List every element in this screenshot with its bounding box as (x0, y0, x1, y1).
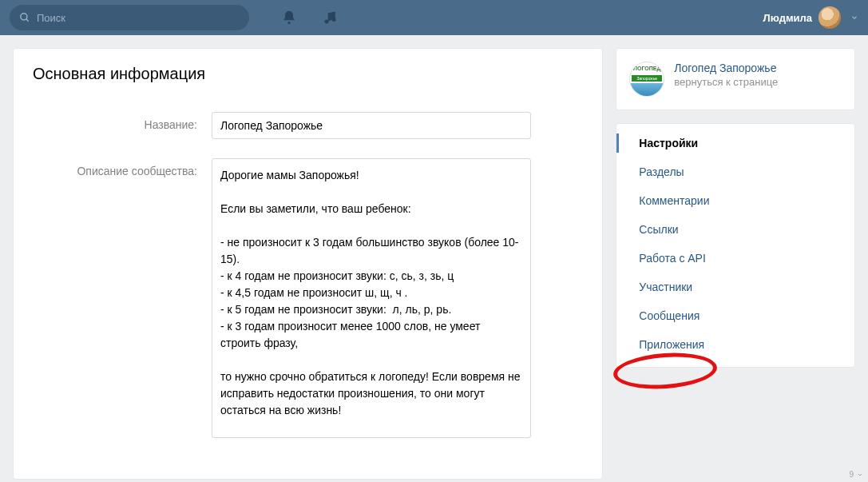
name-input[interactable] (212, 112, 531, 139)
row-description: Описание сообщества: (33, 158, 583, 440)
chevron-down-icon (850, 12, 858, 24)
search-icon (19, 12, 30, 23)
menu-item-1[interactable]: Разделы (616, 157, 854, 186)
svg-line-1 (26, 19, 29, 22)
scroll-hint-count: 9 (849, 470, 854, 479)
username-label: Людмила (763, 12, 812, 24)
svg-point-0 (21, 14, 27, 20)
menu-item-0[interactable]: Настройки (616, 129, 854, 157)
menu-item-5[interactable]: Участники (616, 273, 854, 301)
description-textarea[interactable] (212, 158, 531, 438)
side-column: ЛОГОПЕД Запорожье Логопед Запорожье верн… (616, 48, 855, 480)
main-card: Основная информация Название: Описание с… (13, 48, 603, 480)
chevron-down-icon (857, 472, 863, 478)
svg-point-3 (325, 20, 329, 24)
menu-item-3[interactable]: Ссылки (616, 215, 854, 244)
topbar: Людмила (0, 0, 868, 35)
menu-item-7[interactable]: Приложения (616, 330, 854, 359)
label-name: Название: (33, 112, 212, 139)
user-menu[interactable]: Людмила (763, 6, 858, 29)
page-title: Основная информация (33, 65, 583, 83)
music-icon[interactable] (323, 10, 339, 26)
menu-item-2[interactable]: Комментарии (616, 186, 854, 215)
row-name: Название: (33, 112, 583, 139)
back-to-page-link[interactable]: вернуться к странице (674, 76, 778, 88)
avatar (818, 6, 841, 29)
logo-text-top: ЛОГОПЕД (630, 66, 664, 71)
menu-item-6[interactable]: Сообщения (616, 301, 854, 330)
label-description: Описание сообщества: (33, 158, 212, 440)
search-box[interactable] (10, 5, 249, 30)
menu-item-4[interactable]: Работа с API (616, 244, 854, 273)
logo-banner: Запорожье (632, 75, 662, 82)
svg-point-2 (287, 22, 290, 24)
search-input[interactable] (37, 12, 240, 24)
bell-icon[interactable] (281, 10, 297, 26)
settings-menu: НастройкиРазделыКомментарииСсылкиРабота … (616, 123, 855, 368)
page-body: Основная информация Название: Описание с… (0, 35, 868, 480)
scroll-hint: 9 (849, 470, 863, 479)
community-logo: ЛОГОПЕД Запорожье (629, 62, 664, 97)
svg-point-4 (332, 18, 336, 22)
community-name-link[interactable]: Логопед Запорожье (674, 62, 778, 74)
community-card: ЛОГОПЕД Запорожье Логопед Запорожье верн… (616, 48, 855, 110)
top-icons (281, 10, 339, 26)
